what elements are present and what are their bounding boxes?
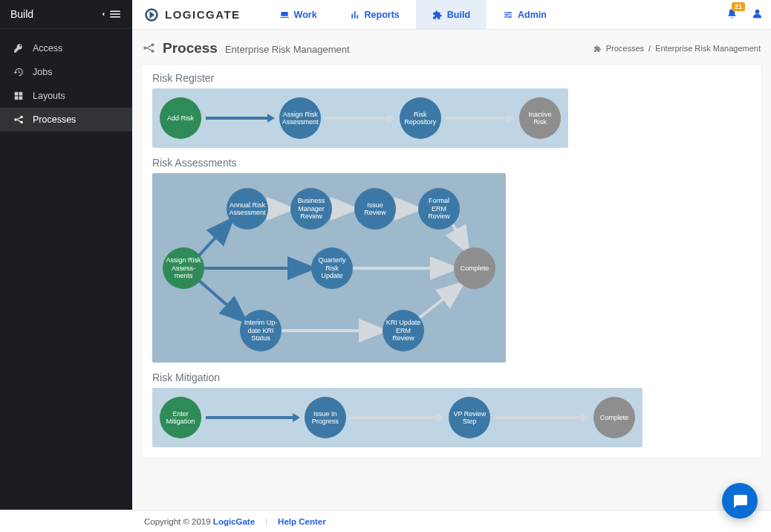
breadcrumb-root[interactable]: Processes (606, 44, 644, 53)
arrow-icon (206, 114, 275, 122)
page-subtitle: Enterprise Risk Management (225, 44, 350, 55)
sidebar-item-processes[interactable]: Processes (0, 108, 132, 132)
workflows-card: Risk Register Add Risk Assign Risk Asses… (141, 64, 762, 458)
puzzle-icon (432, 10, 443, 20)
workflow-node[interactable]: Assign Risk Assess-ments (163, 247, 204, 289)
logicgate-mark-icon (144, 7, 159, 22)
sliders-icon (503, 10, 513, 20)
chat-icon (731, 492, 749, 510)
workflow-node[interactable]: Risk Repository (400, 97, 441, 139)
workflow-label: Risk Mitigation (152, 372, 751, 383)
arrow-icon (446, 114, 515, 122)
workflow-label: Risk Assessments (152, 157, 751, 169)
arrow-icon (495, 414, 589, 421)
workflow-node[interactable]: Assign Risk Assessment (279, 97, 321, 139)
breadcrumb: Processes / Enterprise Risk Management (593, 44, 761, 53)
workflow-node[interactable]: Annual Risk Assessment (227, 188, 268, 230)
sidebar-title: Build (10, 8, 33, 20)
sidebar-nav: Access Jobs Layouts Processes (0, 29, 132, 132)
workflow-node[interactable]: Complete (454, 247, 495, 289)
page-title: Process (163, 40, 218, 56)
history-icon (13, 67, 24, 77)
sidebar-collapse-button[interactable] (100, 7, 122, 21)
workflow-node[interactable]: Interim Up-date KRI Status (240, 310, 282, 351)
svg-line-20 (418, 285, 461, 319)
workflow-risk-register: Risk Register Add Risk Assign Risk Asses… (152, 72, 751, 148)
chart-icon (350, 10, 360, 20)
svg-point-4 (509, 11, 510, 13)
workflow-risk-mitigation: Risk Mitigation Enter Mitigation Issue I… (152, 372, 751, 447)
notifications-button[interactable]: 21 (726, 8, 738, 22)
content-area: Process Enterprise Risk Management Proce… (132, 30, 771, 510)
workflow-node[interactable]: Quarterly Risk Update (311, 247, 353, 289)
footer-copyright: Copyright © 2019 (144, 517, 213, 526)
topnav-label: Build (447, 10, 470, 20)
workflow-node[interactable]: Add Risk (160, 97, 201, 139)
chat-launcher-button[interactable] (722, 483, 758, 519)
workflow-label: Risk Register (152, 72, 751, 84)
laptop-icon (279, 10, 290, 20)
topnav-item-reports[interactable]: Reports (334, 0, 416, 29)
workflow-node[interactable]: VP Review Step (449, 397, 490, 438)
workflow-node[interactable]: Business Manager Review (290, 188, 332, 230)
svg-line-17 (452, 224, 467, 250)
user-menu-button[interactable] (751, 7, 764, 22)
brand-name: LOGICGATE (165, 8, 241, 21)
footer-brand-link[interactable]: LogicGate (213, 517, 255, 526)
footer-help-link[interactable]: Help Center (278, 517, 326, 526)
workflow-node[interactable]: KRI Update ERM Review (383, 310, 424, 351)
arrow-icon (325, 114, 394, 122)
grid-icon (13, 91, 24, 101)
brand-logo[interactable]: LOGICGATE (144, 7, 241, 22)
svg-point-5 (506, 13, 507, 15)
workflow-node[interactable]: Formal ERM Review (418, 188, 460, 230)
arrow-icon (351, 414, 445, 421)
svg-line-13 (197, 279, 244, 320)
main-column: LOGICGATE Work Reports Build Admin (132, 0, 771, 510)
svg-line-11 (197, 221, 231, 258)
svg-point-8 (143, 46, 146, 49)
cluster-icon (143, 42, 155, 54)
key-icon (13, 43, 24, 53)
sidebar-item-layouts[interactable]: Layouts (0, 84, 132, 108)
workflow-node[interactable]: Complete (593, 397, 635, 438)
cluster-icon (13, 114, 24, 125)
sidebar-item-access[interactable]: Access (0, 36, 132, 60)
footer: Copyright © 2019 LogicGate | Help Center (132, 510, 771, 532)
sidebar: Build Access Jobs Layouts Processes (0, 0, 132, 510)
svg-point-7 (755, 9, 760, 13)
workflow-node[interactable]: Enter Mitigation (160, 397, 201, 438)
sidebar-item-label: Processes (33, 114, 76, 125)
sidebar-item-label: Layouts (33, 91, 65, 101)
sidebar-item-label: Jobs (33, 67, 52, 77)
breadcrumb-current: Enterprise Risk Management (655, 44, 761, 53)
sidebar-item-jobs[interactable]: Jobs (0, 60, 132, 84)
topnav-label: Admin (518, 10, 547, 20)
chevron-left-icon (100, 10, 107, 18)
workflow-node[interactable]: Issue In Progress (305, 397, 346, 438)
arrow-icon (206, 414, 300, 421)
topnav-item-build[interactable]: Build (416, 0, 487, 29)
topnav-label: Work (294, 10, 317, 20)
topnav: Work Reports Build Admin (263, 0, 563, 29)
svg-point-6 (510, 16, 511, 17)
puzzle-icon (593, 45, 602, 53)
svg-point-0 (14, 118, 17, 121)
sidebar-item-label: Access (33, 43, 62, 53)
topnav-item-work[interactable]: Work (263, 0, 334, 29)
sidebar-header: Build (0, 0, 132, 29)
workflow-node[interactable]: Issue Review (354, 188, 396, 230)
hamburger-icon (108, 7, 122, 21)
notification-badge: 21 (732, 2, 745, 11)
user-icon (751, 7, 764, 20)
topnav-item-admin[interactable]: Admin (487, 0, 563, 29)
topnav-label: Reports (365, 10, 400, 20)
workflow-risk-assessments: Risk Assessments (152, 157, 751, 363)
workflow-node[interactable]: Inactive Risk (519, 97, 561, 139)
page-header: Process Enterprise Risk Management Proce… (141, 40, 762, 56)
topbar: LOGICGATE Work Reports Build Admin (132, 0, 771, 30)
